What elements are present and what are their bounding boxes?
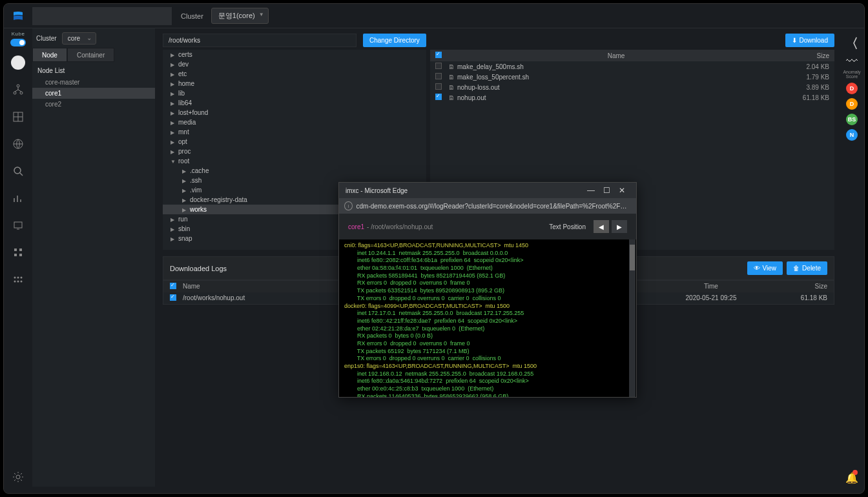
tree-row[interactable]: ▶certs bbox=[163, 50, 426, 59]
tree-row[interactable]: ▶.cache bbox=[163, 166, 426, 176]
select-all-checkbox[interactable] bbox=[435, 52, 442, 58]
tree-row[interactable]: ▶lib bbox=[163, 88, 426, 98]
change-directory-button[interactable]: Change Directory bbox=[363, 34, 426, 47]
dl-select-all-checkbox[interactable] bbox=[170, 283, 176, 289]
kube-label: Kube bbox=[12, 31, 25, 37]
svg-point-17 bbox=[16, 475, 20, 479]
tree-row[interactable]: ▶lost+found bbox=[163, 108, 426, 117]
search-icon[interactable] bbox=[11, 164, 25, 178]
view-button[interactable]: 👁View bbox=[747, 261, 783, 275]
log-line: ether 02:42:21:28:da:e7 txqueuelen 0 (Et… bbox=[344, 325, 631, 333]
sidebar: Cluster core Node Container Node List co… bbox=[32, 28, 155, 487]
svg-point-14 bbox=[14, 281, 16, 283]
file-row[interactable]: 🗎nohup.out61.18 KB bbox=[430, 92, 834, 103]
log-output[interactable]: cni0: flags=4163<UP,BROADCAST,RUNNING,MU… bbox=[339, 239, 636, 397]
svg-point-15 bbox=[17, 281, 19, 283]
status-badge[interactable]: D bbox=[846, 98, 858, 110]
svg-rect-8 bbox=[19, 249, 22, 251]
nav-next-button[interactable]: ▶ bbox=[612, 220, 627, 233]
gear-icon[interactable] bbox=[11, 470, 25, 484]
topology-icon[interactable] bbox=[11, 83, 25, 97]
avatar[interactable] bbox=[11, 56, 25, 70]
log-line: enp1s0: flags=4163<UP,BROADCAST,RUNNING,… bbox=[344, 363, 631, 370]
tree-row[interactable]: ▶opt bbox=[163, 137, 426, 147]
col-name: Name bbox=[448, 52, 784, 59]
svg-point-0 bbox=[17, 85, 19, 87]
topbar: Cluster 문영1(core) bbox=[4, 4, 864, 28]
log-line: inet 192.168.0.12 netmask 255.255.255.0 … bbox=[344, 370, 631, 378]
file-checkbox[interactable] bbox=[435, 94, 442, 100]
status-badge[interactable]: D bbox=[846, 83, 858, 94]
modal-title: imxc - Microsoft Edge bbox=[346, 187, 583, 194]
svg-point-5 bbox=[14, 167, 21, 174]
delete-button[interactable]: 🗑Delete bbox=[787, 261, 827, 275]
info-icon[interactable]: i bbox=[344, 201, 353, 210]
app-logo-icon[interactable] bbox=[4, 10, 32, 22]
maximize-icon[interactable]: ☐ bbox=[599, 186, 614, 195]
tree-row[interactable]: ▶home bbox=[163, 79, 426, 88]
file-row[interactable]: 🗎make_loss_50percent.sh1.79 KB bbox=[430, 72, 834, 82]
svg-point-2 bbox=[20, 92, 23, 94]
file-checkbox[interactable] bbox=[435, 63, 442, 69]
log-line: RX packets 585189441 bytes 852187194405 … bbox=[344, 272, 631, 280]
col-size: Size bbox=[784, 52, 829, 59]
nav-prev-button[interactable]: ◀ bbox=[594, 220, 609, 233]
log-line: ether 0a:58:0a:f4:01:01 txqueuelen 1000 … bbox=[344, 265, 631, 272]
minimize-icon[interactable]: — bbox=[583, 186, 599, 195]
kube-toggle[interactable] bbox=[10, 39, 26, 46]
log-line: inet6 fe80::42:21ff:fe28:dae7 prefixlen … bbox=[344, 318, 631, 325]
node-item[interactable]: core1 bbox=[32, 88, 155, 99]
log-line: TX errors 0 dropped 0 overruns 0 carrier… bbox=[344, 295, 631, 303]
log-line: inet6 fe80::da0a:5461:94bd:7272 prefixle… bbox=[344, 378, 631, 385]
path-input[interactable] bbox=[163, 34, 356, 47]
log-line: RX packets 0 bytes 0 (0.0 B) bbox=[344, 332, 631, 340]
download-button[interactable]: ⬇Download bbox=[785, 34, 834, 47]
chart-icon[interactable] bbox=[11, 191, 25, 205]
tab-node[interactable]: Node bbox=[32, 48, 67, 62]
file-row[interactable]: 🗎nohup-loss.out3.89 KB bbox=[430, 82, 834, 92]
bell-icon[interactable]: 🔔 bbox=[845, 472, 858, 484]
svg-point-12 bbox=[17, 277, 19, 279]
svg-rect-9 bbox=[14, 254, 17, 256]
more-icon[interactable] bbox=[11, 272, 25, 287]
tree-row[interactable]: ▶etc bbox=[163, 69, 426, 79]
tree-row[interactable]: ▶media bbox=[163, 117, 426, 127]
node-item[interactable]: core2 bbox=[32, 99, 155, 110]
log-line: inet6 fe80::2082:c0ff:fe34:6b1a prefixle… bbox=[344, 257, 631, 265]
file-row[interactable]: 🗎make_delay_500ms.sh2.04 KB bbox=[430, 61, 834, 72]
globe-icon[interactable] bbox=[11, 137, 25, 151]
log-line: TX packets 65192 bytes 7171234 (7.1 MB) bbox=[344, 348, 631, 356]
log-line: cni0: flags=4163<UP,BROADCAST,RUNNING,MU… bbox=[344, 242, 631, 250]
file-checkbox[interactable] bbox=[435, 83, 442, 90]
tree-row[interactable]: ▶proc bbox=[163, 147, 426, 156]
grid-icon[interactable] bbox=[11, 110, 25, 124]
tree-row[interactable]: ▼root bbox=[163, 156, 426, 166]
apps-icon[interactable] bbox=[11, 245, 25, 259]
svg-point-11 bbox=[14, 277, 16, 279]
status-badge[interactable]: BS bbox=[846, 114, 858, 125]
monitor-icon[interactable] bbox=[11, 218, 25, 232]
modal-core: core1 bbox=[348, 223, 364, 230]
tree-row[interactable]: ▶mnt bbox=[163, 127, 426, 137]
log-line: docker0: flags=4099<UP,BROADCAST,MULTICA… bbox=[344, 303, 631, 310]
tab-container[interactable]: Container bbox=[67, 48, 114, 62]
node-item[interactable]: core-master bbox=[32, 77, 155, 88]
topbar-search[interactable] bbox=[32, 7, 172, 25]
collapse-icon[interactable]: 〈 bbox=[845, 35, 858, 52]
cluster-select[interactable]: 문영1(core) bbox=[211, 8, 269, 24]
sidebar-cluster-select[interactable]: core bbox=[62, 32, 96, 45]
tree-row[interactable]: ▶dev bbox=[163, 59, 426, 69]
log-line: RX errors 0 dropped 0 overruns 0 frame 0 bbox=[344, 340, 631, 348]
scrollbar[interactable] bbox=[629, 239, 636, 397]
dl-checkbox[interactable] bbox=[170, 294, 176, 301]
file-checkbox[interactable] bbox=[435, 73, 442, 79]
svg-rect-10 bbox=[19, 254, 22, 256]
anomaly-icon: 〰 bbox=[846, 55, 858, 68]
status-badge[interactable]: N bbox=[846, 129, 858, 141]
svg-rect-7 bbox=[14, 249, 17, 251]
sidebar-cluster-label: Cluster bbox=[36, 35, 57, 42]
right-rail: 〈 〰 Anomaly Score DDBSN 🔔 bbox=[840, 28, 864, 493]
svg-point-1 bbox=[14, 92, 16, 94]
tree-row[interactable]: ▶lib64 bbox=[163, 98, 426, 108]
close-icon[interactable]: ✕ bbox=[614, 186, 630, 195]
